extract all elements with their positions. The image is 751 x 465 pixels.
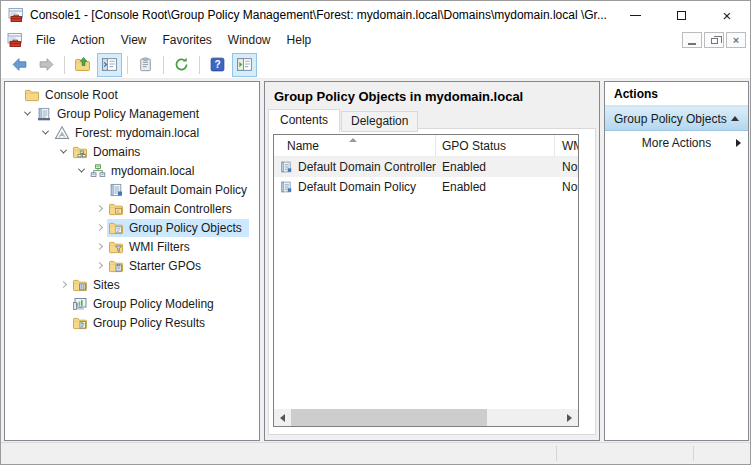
actions-pane: Actions Group Policy Objects More Action… [604, 81, 749, 441]
chevron-collapsed-icon[interactable] [91, 201, 107, 217]
mmc-console-window: Console1 - [Console Root\Group Policy Ma… [0, 0, 751, 465]
tree-item-starter-gpos[interactable]: Starter GPOs [5, 256, 259, 275]
more-actions-item[interactable]: More Actions [605, 131, 748, 155]
column-header-wmi[interactable]: WMI [555, 135, 578, 156]
forward-button[interactable] [34, 53, 59, 77]
svg-text:?: ? [214, 59, 220, 70]
gpm-icon [36, 106, 52, 122]
paste-icon [137, 56, 154, 73]
folder-icon [24, 87, 40, 103]
show-hide-console-tree-button[interactable] [97, 53, 122, 77]
chevron-collapsed-icon[interactable] [91, 258, 107, 274]
menu-window[interactable]: Window [220, 30, 279, 50]
tree-item-group-policy-management[interactable]: Group Policy Management [5, 104, 259, 123]
close-button[interactable]: × [704, 1, 750, 29]
help-button[interactable]: ? [205, 53, 230, 77]
title-bar: Console1 - [Console Root\Group Policy Ma… [1, 1, 750, 29]
status-separator [693, 446, 694, 461]
tab-contents[interactable]: Contents [268, 109, 340, 133]
tree-item-label: mydomain.local [111, 164, 197, 178]
tree-item-label: Forest: mydomain.local [75, 126, 202, 140]
tree-item-group-policy-results[interactable]: Group Policy Results [5, 313, 259, 332]
console-app-icon-small [7, 32, 23, 48]
mdi-restore-button[interactable] [704, 32, 724, 48]
actions-group-header[interactable]: Group Policy Objects [605, 106, 748, 131]
tree-item-label: Domains [93, 145, 143, 159]
gpo-scroll-icon [279, 180, 293, 194]
scroll-right-icon [567, 414, 572, 422]
tree-item-group-policy-objects[interactable]: Group Policy Objects [5, 218, 259, 237]
chevron-expanded-icon[interactable] [19, 106, 35, 122]
gpo-folder-icon [108, 220, 124, 236]
results-folder-icon [72, 315, 88, 331]
refresh-button[interactable] [169, 53, 194, 77]
chevron-expanded-icon[interactable] [37, 125, 53, 141]
mdi-minimize-button[interactable] [682, 32, 702, 48]
domain-icon [90, 163, 106, 179]
tree-item-label: Group Policy Results [93, 316, 208, 330]
paste-button[interactable] [133, 53, 158, 77]
up-one-level-button[interactable] [70, 53, 95, 77]
column-header-gpo-status[interactable]: GPO Status [436, 135, 555, 156]
sort-ascending-icon [349, 138, 357, 142]
chevron-collapsed-icon[interactable] [91, 239, 107, 255]
forest-icon [54, 125, 70, 141]
mdi-close-button[interactable]: × [726, 32, 746, 48]
mdi-restore-icon [711, 38, 718, 44]
chevron-expanded-icon[interactable] [55, 144, 71, 160]
chevron-collapsed-icon[interactable] [91, 220, 107, 236]
tree-item-mydomain-local[interactable]: mydomain.local [5, 161, 259, 180]
back-button[interactable] [7, 53, 32, 77]
tree-item-wmi-filters[interactable]: WMI Filters [5, 237, 259, 256]
show-hide-action-pane-button[interactable] [232, 53, 257, 77]
table-row[interactable]: Default Domain Policy Enabled None [274, 177, 578, 197]
horizontal-scrollbar[interactable] [274, 409, 578, 426]
starter-gpos-folder-icon [108, 258, 124, 274]
domains-folder-icon [72, 144, 88, 160]
menu-file[interactable]: File [28, 30, 63, 50]
console-tree-pane: Console Root Group Policy Management For… [4, 81, 260, 441]
menu-help[interactable]: Help [279, 30, 320, 50]
results-pane: Group Policy Objects in mydomain.local C… [264, 81, 600, 441]
menu-favorites[interactable]: Favorites [155, 30, 220, 50]
close-icon: × [723, 8, 732, 23]
tree-item-forest[interactable]: Forest: mydomain.local [5, 123, 259, 142]
tree-item-label: Sites [93, 278, 123, 292]
chevron-collapsed-icon[interactable] [55, 277, 71, 293]
toolbar-separator [199, 56, 200, 74]
maximize-button[interactable] [658, 1, 704, 29]
tree-item-label: Starter GPOs [129, 259, 204, 273]
minimize-button[interactable] [612, 1, 658, 29]
scrollbar-thumb[interactable] [291, 409, 487, 426]
toolbar-separator [163, 56, 164, 74]
actions-pane-title: Actions [605, 82, 748, 106]
tree-item-domains[interactable]: Domains [5, 142, 259, 161]
scroll-left-button[interactable] [274, 409, 291, 426]
gpo-name: Default Domain Controller... [298, 160, 436, 174]
gpo-scroll-icon [279, 160, 293, 174]
tree-item-label: Console Root [45, 88, 121, 102]
toolbar-separator [127, 56, 128, 74]
tree-item-default-domain-policy[interactable]: Default Domain Policy [5, 180, 259, 199]
table-row[interactable]: Default Domain Controller... Enabled Non… [274, 157, 578, 177]
tree-item-domain-controllers[interactable]: Domain Controllers [5, 199, 259, 218]
scroll-right-button[interactable] [561, 409, 578, 426]
tree-item-sites[interactable]: Sites [5, 275, 259, 294]
sites-folder-icon [72, 277, 88, 293]
domain-controllers-folder-icon [108, 201, 124, 217]
chevron-expanded-icon[interactable] [73, 163, 89, 179]
tab-page-contents: Name GPO Status WMI Default Domain Contr… [268, 128, 596, 435]
tree-item-console-root[interactable]: Console Root [5, 85, 259, 104]
menu-view[interactable]: View [113, 30, 155, 50]
tree-item-group-policy-modeling[interactable]: Group Policy Modeling [5, 294, 259, 313]
tab-delegation[interactable]: Delegation [341, 111, 418, 132]
mdi-minimize-icon [688, 43, 696, 45]
show-hide-console-tree-icon [101, 56, 118, 73]
menu-bar: File Action View Favorites Window Help × [1, 29, 750, 51]
minimize-icon [630, 15, 641, 16]
forward-icon [38, 56, 55, 73]
menu-action[interactable]: Action [63, 30, 112, 50]
list-header: Name GPO Status WMI [274, 135, 578, 157]
wmi-filters-folder-icon [108, 239, 124, 255]
gpo-status: Enabled [436, 160, 555, 174]
